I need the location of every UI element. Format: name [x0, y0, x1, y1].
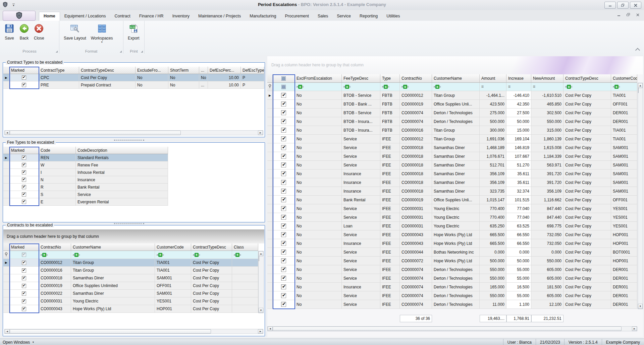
checkbox[interactable]: ✔	[281, 215, 286, 220]
checkbox[interactable]: ✔	[22, 170, 26, 175]
table-row[interactable]: ✔NoServiceIFEECO0000012Titan Group1,691.…	[267, 135, 637, 143]
marked-cell[interactable]: ✔	[9, 282, 39, 290]
checkbox[interactable]: ✔	[281, 171, 286, 176]
table-row[interactable]: ▶✔RENStandard Rentals	[3, 154, 168, 161]
table-row[interactable]: ✔NoServiceIFEECO0000018Samanthas Diner1,…	[267, 143, 637, 152]
marked-cell[interactable]: ✔	[9, 259, 39, 267]
checkbox[interactable]: ✔	[281, 267, 286, 272]
tab-home[interactable]: Home	[39, 12, 60, 21]
filter-cell[interactable]: aBc	[295, 83, 342, 91]
checkbox[interactable]: ✔	[22, 284, 26, 288]
column-header-feetypedesc[interactable]: FeeTypeDesc	[342, 74, 380, 83]
checkbox[interactable]: ✔	[281, 206, 286, 211]
checkbox[interactable]: ✔	[281, 276, 286, 281]
column-header-customercode[interactable]: CustomerCode	[611, 74, 637, 83]
scroll-right-icon[interactable]: ►	[632, 327, 637, 331]
filter-cell[interactable]: aBc	[400, 83, 432, 91]
checkbox[interactable]: ✔	[281, 154, 286, 159]
marked-cell[interactable]: ✔	[273, 109, 295, 117]
marked-cell[interactable]: ✔	[9, 154, 39, 161]
table-row[interactable]: ✔NoInsuranceIFEECO0000074Derton / Techno…	[267, 283, 637, 291]
tab-maintenance-projects[interactable]: Maintenance / Projects	[194, 12, 245, 21]
table-row[interactable]: ✔NoInsuranceIFEECO0000018Samanthas Diner…	[267, 169, 637, 178]
column-header-customername[interactable]: CustomerName	[71, 244, 155, 251]
table-row[interactable]: ✔NoServiceIFEECO0000074Derton / Technolo…	[267, 300, 637, 309]
column-header-col[interactable]: ...	[199, 67, 208, 74]
save-layout-button[interactable]: Save Layout	[61, 22, 89, 44]
dialog-launcher-icon[interactable]	[141, 51, 143, 53]
marked-cell[interactable]: ✔	[273, 161, 295, 169]
filter-cell[interactable]: aBc	[380, 83, 400, 91]
checkbox[interactable]: ✔	[281, 241, 286, 246]
filter-cell[interactable]: aBc	[39, 251, 71, 259]
column-header-increase[interactable]: Increase	[506, 74, 531, 83]
marked-cell[interactable]: ✔	[273, 239, 295, 248]
table-row[interactable]: ✔CO0000043Hope Works (Pty) LtdHOP001Cost…	[3, 305, 258, 313]
column-header-type[interactable]: Type	[380, 74, 400, 83]
marked-cell[interactable]: ✔	[273, 100, 295, 109]
tab-contract[interactable]: Contract	[110, 12, 135, 21]
marked-cell[interactable]: ✔	[273, 283, 295, 291]
filter-cell[interactable]: ✔	[9, 251, 39, 259]
group-by-bar[interactable]: Drag a column header here to group by th…	[3, 229, 264, 244]
checkbox[interactable]: ✔	[22, 163, 26, 167]
table-row[interactable]: ✔NoServiceIFEECO0000043Hope Works (Pty) …	[267, 230, 637, 239]
open-windows-button[interactable]: Open Windows ▼	[0, 340, 34, 345]
table-row[interactable]: ✔NoInsuranceIFEECO0000043Hope Works (Pty…	[267, 239, 637, 248]
tab-finance-hr[interactable]: Finance / HR	[135, 12, 168, 21]
marked-cell[interactable]: ✔	[273, 187, 295, 196]
table-row[interactable]: ✔NoInsuranceIFEECO0000018Samanthas Diner…	[267, 187, 637, 196]
scroll-up-icon[interactable]: ▲	[638, 83, 643, 88]
table-row[interactable]: ✔CO0000022Samanthas DinerSAM001Cost Per …	[3, 290, 258, 297]
scrollbar-thumb[interactable]	[259, 256, 259, 261]
table-row[interactable]: ✔NoServiceIFEECO0000074Derton / Technolo…	[267, 274, 637, 283]
tab-utilities[interactable]: Utilities	[382, 12, 404, 21]
checkbox[interactable]: ✔	[281, 128, 286, 133]
close-window-button[interactable]: Close	[32, 22, 47, 42]
collapse-ribbon-icon[interactable]	[635, 48, 640, 53]
checkbox[interactable]: ✔	[281, 93, 286, 98]
table-row[interactable]: ✔NoInsuranceIFEECO0000018Samanthas Diner…	[267, 178, 637, 187]
column-header-exclfromescalation[interactable]: ExclFromEscalation	[295, 74, 342, 83]
table-row[interactable]: ✔NoBTOB - Insura...FBTBCO0000074Derton /…	[267, 117, 637, 126]
checkbox[interactable]: ✔	[281, 162, 286, 167]
table-row[interactable]: ✔NoServiceIFEECO0000018Samanthas Diner51…	[267, 161, 637, 169]
marked-cell[interactable]: ✔	[9, 169, 39, 176]
table-row[interactable]: ✔NoLoanIFEECO0000031Young Electric635.25…	[267, 222, 637, 230]
scroll-left-icon[interactable]: ◄	[268, 327, 273, 331]
column-header-marked[interactable]: Marked	[9, 67, 39, 74]
column-header-contractno[interactable]: ContractNo	[39, 244, 71, 251]
filter-cell[interactable]: aBc	[342, 83, 380, 91]
marked-cell[interactable]: ✔	[9, 305, 39, 313]
marked-cell[interactable]: ✔	[273, 152, 295, 161]
filter-cell[interactable]: aBc	[191, 251, 232, 259]
column-header-customername[interactable]: CustomerName	[432, 74, 480, 83]
dialog-launcher-icon[interactable]	[56, 51, 58, 53]
marked-cell[interactable]: ✔	[273, 178, 295, 187]
table-row[interactable]: ✔SService	[3, 191, 168, 198]
filter-cell[interactable]: aBc	[611, 83, 637, 91]
table-row[interactable]: ✔CO0000018Samanthas DinerSAM001Cost Per …	[3, 274, 258, 282]
table-row[interactable]: ✔NInsurance	[3, 176, 168, 184]
panel-splitter[interactable]	[114, 140, 144, 141]
tab-reporting[interactable]: Reporting	[355, 12, 382, 21]
table-row[interactable]: ✔NoBTOB - Insura...FBTBCO0000016Titan Gr…	[267, 126, 637, 135]
marked-cell[interactable]: ✔	[273, 169, 295, 178]
application-menu-button[interactable]	[3, 11, 36, 21]
column-header-amount[interactable]: Amount	[480, 74, 506, 83]
marked-cell[interactable]: ✔	[9, 74, 39, 81]
filter-cell[interactable]: =	[531, 83, 564, 91]
scroll-down-icon[interactable]: ▼	[638, 304, 643, 309]
checkbox[interactable]: ✔	[22, 268, 26, 273]
tab-service[interactable]: Service	[332, 12, 355, 21]
column-header-newamount[interactable]: NewAmount	[531, 74, 564, 83]
column-header-contracttypedesc[interactable]: ContractTypeDesc	[79, 67, 136, 74]
marked-cell[interactable]: ✔	[9, 267, 39, 274]
scroll-right-icon[interactable]: ►	[258, 131, 263, 135]
table-row[interactable]: ✔NoBTOB - ServiceFBTBCO0000074Derton / T…	[267, 109, 637, 117]
mdi-close-icon[interactable]	[636, 13, 639, 17]
scrollbar-thumb[interactable]	[638, 88, 639, 93]
checkbox[interactable]: ✔	[22, 192, 26, 197]
tab-inventory[interactable]: Inventory	[168, 12, 194, 21]
marked-cell[interactable]: ✔	[9, 290, 39, 297]
